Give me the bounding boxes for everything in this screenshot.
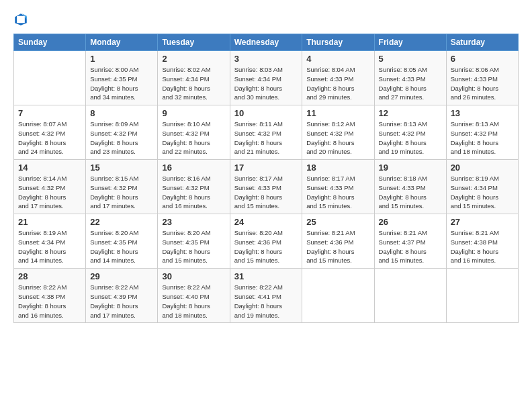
day-info: Sunrise: 8:19 AMSunset: 4:34 PMDaylight:… [451, 174, 514, 211]
calendar-cell [374, 269, 446, 323]
calendar-cell: 21Sunrise: 8:19 AMSunset: 4:34 PMDayligh… [14, 214, 86, 269]
day-info: Sunrise: 8:13 AMSunset: 4:32 PMDaylight:… [451, 120, 514, 156]
day-info: Sunrise: 8:22 AMSunset: 4:41 PMDaylight:… [234, 283, 298, 320]
weekday-header-thursday: Thursday [302, 34, 374, 51]
day-number: 5 [379, 54, 442, 64]
day-info: Sunrise: 8:09 AMSunset: 4:32 PMDaylight:… [90, 120, 153, 156]
day-number: 30 [162, 271, 225, 281]
page: SundayMondayTuesdayWednesdayThursdayFrid… [0, 0, 532, 411]
week-row-5: 28Sunrise: 8:22 AMSunset: 4:38 PMDayligh… [14, 269, 519, 323]
day-number: 14 [18, 163, 81, 173]
calendar-cell [446, 269, 518, 323]
calendar: SundayMondayTuesdayWednesdayThursdayFrid… [13, 34, 519, 323]
week-row-1: 1Sunrise: 8:00 AMSunset: 4:35 PMDaylight… [14, 51, 519, 105]
weekday-header-row: SundayMondayTuesdayWednesdayThursdayFrid… [14, 34, 519, 51]
calendar-cell [14, 51, 86, 105]
svg-rect-2 [17, 16, 25, 23]
weekday-header-wednesday: Wednesday [230, 34, 302, 51]
week-row-2: 7Sunrise: 8:07 AMSunset: 4:32 PMDaylight… [14, 105, 519, 160]
calendar-cell: 14Sunrise: 8:14 AMSunset: 4:32 PMDayligh… [14, 160, 86, 214]
day-info: Sunrise: 8:20 AMSunset: 4:35 PMDaylight:… [162, 228, 225, 265]
calendar-cell: 8Sunrise: 8:09 AMSunset: 4:32 PMDaylight… [86, 105, 158, 160]
weekday-header-monday: Monday [86, 34, 158, 51]
week-row-3: 14Sunrise: 8:14 AMSunset: 4:32 PMDayligh… [14, 160, 519, 214]
day-number: 16 [162, 163, 225, 173]
day-info: Sunrise: 8:11 AMSunset: 4:32 PMDaylight:… [234, 120, 298, 156]
day-number: 23 [162, 217, 225, 227]
day-info: Sunrise: 8:21 AMSunset: 4:38 PMDaylight:… [451, 228, 514, 265]
day-info: Sunrise: 8:15 AMSunset: 4:32 PMDaylight:… [90, 174, 153, 211]
day-info: Sunrise: 8:20 AMSunset: 4:36 PMDaylight:… [234, 228, 298, 265]
day-number: 11 [306, 108, 369, 118]
calendar-cell: 29Sunrise: 8:22 AMSunset: 4:39 PMDayligh… [86, 269, 158, 323]
day-number: 17 [234, 163, 298, 173]
day-number: 25 [306, 217, 369, 227]
day-info: Sunrise: 8:17 AMSunset: 4:33 PMDaylight:… [234, 174, 298, 211]
day-info: Sunrise: 8:03 AMSunset: 4:34 PMDaylight:… [234, 65, 298, 102]
header [13, 12, 519, 27]
calendar-cell: 22Sunrise: 8:20 AMSunset: 4:35 PMDayligh… [86, 214, 158, 269]
day-number: 10 [234, 108, 298, 118]
day-info: Sunrise: 8:02 AMSunset: 4:34 PMDaylight:… [162, 65, 225, 102]
day-number: 21 [18, 217, 81, 227]
day-number: 4 [306, 54, 369, 64]
weekday-header-tuesday: Tuesday [158, 34, 230, 51]
calendar-cell: 16Sunrise: 8:16 AMSunset: 4:32 PMDayligh… [158, 160, 230, 214]
day-info: Sunrise: 8:00 AMSunset: 4:35 PMDaylight:… [90, 65, 153, 102]
day-number: 7 [18, 108, 81, 118]
calendar-cell: 26Sunrise: 8:21 AMSunset: 4:37 PMDayligh… [374, 214, 446, 269]
day-info: Sunrise: 8:21 AMSunset: 4:36 PMDaylight:… [306, 228, 369, 265]
day-number: 18 [306, 163, 369, 173]
calendar-cell: 12Sunrise: 8:13 AMSunset: 4:32 PMDayligh… [374, 105, 446, 160]
day-number: 15 [90, 163, 153, 173]
day-number: 19 [379, 163, 442, 173]
week-row-4: 21Sunrise: 8:19 AMSunset: 4:34 PMDayligh… [14, 214, 519, 269]
day-info: Sunrise: 8:04 AMSunset: 4:33 PMDaylight:… [306, 65, 369, 102]
day-number: 24 [234, 217, 298, 227]
calendar-cell: 3Sunrise: 8:03 AMSunset: 4:34 PMDaylight… [230, 51, 302, 105]
day-info: Sunrise: 8:19 AMSunset: 4:34 PMDaylight:… [18, 228, 81, 265]
day-number: 1 [90, 54, 153, 64]
day-info: Sunrise: 8:07 AMSunset: 4:32 PMDaylight:… [18, 120, 81, 156]
day-number: 6 [451, 54, 514, 64]
logo-icon [13, 12, 28, 27]
day-info: Sunrise: 8:20 AMSunset: 4:35 PMDaylight:… [90, 228, 153, 265]
weekday-header-saturday: Saturday [446, 34, 518, 51]
calendar-cell: 7Sunrise: 8:07 AMSunset: 4:32 PMDaylight… [14, 105, 86, 160]
calendar-cell [302, 269, 374, 323]
day-info: Sunrise: 8:12 AMSunset: 4:32 PMDaylight:… [306, 120, 369, 156]
day-number: 2 [162, 54, 225, 64]
day-info: Sunrise: 8:18 AMSunset: 4:33 PMDaylight:… [379, 174, 442, 211]
calendar-cell: 18Sunrise: 8:17 AMSunset: 4:33 PMDayligh… [302, 160, 374, 214]
calendar-cell: 13Sunrise: 8:13 AMSunset: 4:32 PMDayligh… [446, 105, 518, 160]
calendar-cell: 30Sunrise: 8:22 AMSunset: 4:40 PMDayligh… [158, 269, 230, 323]
calendar-cell: 2Sunrise: 8:02 AMSunset: 4:34 PMDaylight… [158, 51, 230, 105]
calendar-cell: 24Sunrise: 8:20 AMSunset: 4:36 PMDayligh… [230, 214, 302, 269]
day-number: 26 [379, 217, 442, 227]
calendar-cell: 4Sunrise: 8:04 AMSunset: 4:33 PMDaylight… [302, 51, 374, 105]
calendar-cell: 27Sunrise: 8:21 AMSunset: 4:38 PMDayligh… [446, 214, 518, 269]
day-info: Sunrise: 8:06 AMSunset: 4:33 PMDaylight:… [451, 65, 514, 102]
calendar-cell: 20Sunrise: 8:19 AMSunset: 4:34 PMDayligh… [446, 160, 518, 214]
weekday-header-friday: Friday [374, 34, 446, 51]
day-info: Sunrise: 8:17 AMSunset: 4:33 PMDaylight:… [306, 174, 369, 211]
day-info: Sunrise: 8:22 AMSunset: 4:38 PMDaylight:… [18, 283, 81, 320]
day-info: Sunrise: 8:21 AMSunset: 4:37 PMDaylight:… [379, 228, 442, 265]
calendar-cell: 25Sunrise: 8:21 AMSunset: 4:36 PMDayligh… [302, 214, 374, 269]
day-info: Sunrise: 8:05 AMSunset: 4:33 PMDaylight:… [379, 65, 442, 102]
weekday-header-sunday: Sunday [14, 34, 86, 51]
day-number: 13 [451, 108, 514, 118]
day-number: 28 [18, 271, 81, 281]
calendar-cell: 1Sunrise: 8:00 AMSunset: 4:35 PMDaylight… [86, 51, 158, 105]
calendar-cell: 17Sunrise: 8:17 AMSunset: 4:33 PMDayligh… [230, 160, 302, 214]
calendar-cell: 23Sunrise: 8:20 AMSunset: 4:35 PMDayligh… [158, 214, 230, 269]
day-number: 22 [90, 217, 153, 227]
day-number: 31 [234, 271, 298, 281]
calendar-cell: 31Sunrise: 8:22 AMSunset: 4:41 PMDayligh… [230, 269, 302, 323]
calendar-cell: 28Sunrise: 8:22 AMSunset: 4:38 PMDayligh… [14, 269, 86, 323]
day-number: 29 [90, 271, 153, 281]
day-number: 12 [379, 108, 442, 118]
calendar-cell: 6Sunrise: 8:06 AMSunset: 4:33 PMDaylight… [446, 51, 518, 105]
day-info: Sunrise: 8:13 AMSunset: 4:32 PMDaylight:… [379, 120, 442, 156]
day-info: Sunrise: 8:10 AMSunset: 4:32 PMDaylight:… [162, 120, 225, 156]
